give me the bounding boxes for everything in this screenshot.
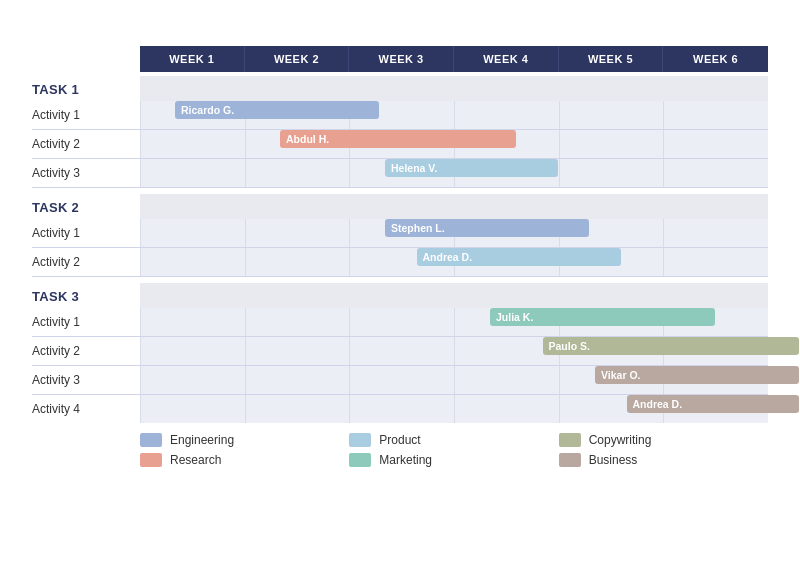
bar-task3-act1-copywriting: Paulo S. [543, 337, 800, 355]
cell-task2-act1-w6 [663, 248, 768, 276]
legend-color-engineering [140, 433, 162, 447]
task-bg-task3-w2 [245, 283, 350, 308]
cell-task1-act0-w4 [454, 101, 559, 129]
legend-color-copywriting [559, 433, 581, 447]
legend-label-business: Business [589, 453, 638, 467]
task-bg-task3-w1 [140, 283, 245, 308]
cell-task1-act2-w2 [245, 159, 350, 187]
header-empty [32, 46, 140, 72]
activity-name-task3-3: Activity 4 [32, 395, 140, 423]
task-bg-task2-w6 [663, 194, 768, 219]
legend-item-marketing: Marketing [349, 453, 558, 467]
cell-task3-act2-w4 [454, 366, 559, 394]
legend-color-research [140, 453, 162, 467]
legend-color-product [349, 433, 371, 447]
cell-task3-act3-w2 [245, 395, 350, 423]
bar-task3-act2-business: Vikar O. [595, 366, 799, 384]
cell-task1-act2-w6 [663, 159, 768, 187]
legend-label-copywriting: Copywriting [589, 433, 652, 447]
bar-task1-act0-engineering: Ricardo G. [175, 101, 379, 119]
activity-name-task1-0: Activity 1 [32, 101, 140, 129]
bar-task2-act0-engineering: Stephen L. [385, 219, 589, 237]
task-bg-task2-w3 [349, 194, 454, 219]
activity-name-task3-1: Activity 2 [32, 337, 140, 365]
activity-row-task1-2: Activity 3Helena V. [32, 159, 768, 188]
task-bg-task2-w4 [454, 194, 559, 219]
task-bg-task3-w3 [349, 283, 454, 308]
cell-task3-act2-w2 [245, 366, 350, 394]
legend-color-business [559, 453, 581, 467]
gantt-header: WEEK 1WEEK 2WEEK 3WEEK 4WEEK 5WEEK 6 [32, 46, 768, 72]
task-label-row-task2: TASK 2 [32, 192, 768, 219]
legend: EngineeringProductCopywritingResearchMar… [32, 433, 768, 467]
cell-task3-act0-w2 [245, 308, 350, 336]
activity-row-task1-0: Activity 1Ricardo G. [32, 101, 768, 130]
activity-row-task3-2: Activity 3Vikar O. [32, 366, 768, 395]
cell-task1-act1-w5 [559, 130, 664, 158]
cell-task3-act2-w1 [140, 366, 245, 394]
task-bg-task1-w3 [349, 76, 454, 101]
main-container: WEEK 1WEEK 2WEEK 3WEEK 4WEEK 5WEEK 6 TAS… [0, 0, 800, 575]
activity-name-task1-1: Activity 2 [32, 130, 140, 158]
activity-name-task3-0: Activity 1 [32, 308, 140, 336]
legend-label-research: Research [170, 453, 221, 467]
cell-task3-act3-w1 [140, 395, 245, 423]
activity-name-task2-1: Activity 2 [32, 248, 140, 276]
task-label-row-task1: TASK 1 [32, 76, 768, 101]
cell-task1-act1-w6 [663, 130, 768, 158]
week-header-3: WEEK 3 [349, 46, 454, 72]
legend-color-marketing [349, 453, 371, 467]
bar-task2-act1-product: Andrea D. [417, 248, 621, 266]
activity-name-task3-2: Activity 3 [32, 366, 140, 394]
cell-task2-act0-w6 [663, 219, 768, 247]
activity-row-task2-0: Activity 1Stephen L. [32, 219, 768, 248]
legend-item-copywriting: Copywriting [559, 433, 768, 447]
task-bg-task3-w5 [559, 283, 664, 308]
task-bg-task3-w4 [454, 283, 559, 308]
bar-task3-act0-marketing: Julia K. [490, 308, 715, 326]
activity-row-task3-3: Activity 4Andrea D. [32, 395, 768, 423]
legend-item-research: Research [140, 453, 349, 467]
legend-item-product: Product [349, 433, 558, 447]
cell-task2-act1-w2 [245, 248, 350, 276]
cell-task3-act3-w3 [349, 395, 454, 423]
cell-task2-act0-w1 [140, 219, 245, 247]
task-label-row-task3: TASK 3 [32, 281, 768, 308]
activity-row-task1-1: Activity 2Abdul H. [32, 130, 768, 159]
task-bg-task1-w2 [245, 76, 350, 101]
task-label-task3: TASK 3 [32, 283, 140, 308]
cell-task3-act0-w3 [349, 308, 454, 336]
cell-task2-act0-w2 [245, 219, 350, 247]
legend-label-marketing: Marketing [379, 453, 432, 467]
cell-task1-act1-w1 [140, 130, 245, 158]
gantt-body: TASK 1Activity 1Ricardo G.Activity 2Abdu… [32, 76, 768, 423]
week-header-2: WEEK 2 [245, 46, 350, 72]
task-bg-task1-w4 [454, 76, 559, 101]
cell-task3-act1-w2 [245, 337, 350, 365]
activity-name-task1-2: Activity 3 [32, 159, 140, 187]
bar-task3-act3-business: Andrea D. [627, 395, 800, 413]
week-header-5: WEEK 5 [559, 46, 664, 72]
task-label-task1: TASK 1 [32, 76, 140, 101]
week-header-4: WEEK 4 [454, 46, 559, 72]
task-bg-task2-w5 [559, 194, 664, 219]
cell-task1-act0-w5 [559, 101, 664, 129]
bar-task1-act2-product: Helena V. [385, 159, 558, 177]
task-bg-task3-w6 [663, 283, 768, 308]
legend-label-product: Product [379, 433, 420, 447]
activity-row-task3-0: Activity 1Julia K. [32, 308, 768, 337]
activity-row-task2-1: Activity 2Andrea D. [32, 248, 768, 277]
cell-task3-act1-w1 [140, 337, 245, 365]
cell-task1-act0-w6 [663, 101, 768, 129]
task-bg-task2-w1 [140, 194, 245, 219]
activity-row-task3-1: Activity 2Paulo S. [32, 337, 768, 366]
task-bg-task1-w5 [559, 76, 664, 101]
legend-label-engineering: Engineering [170, 433, 234, 447]
task-bg-task1-w1 [140, 76, 245, 101]
task-label-task2: TASK 2 [32, 194, 140, 219]
cell-task2-act1-w1 [140, 248, 245, 276]
cell-task3-act3-w4 [454, 395, 559, 423]
gantt-chart: WEEK 1WEEK 2WEEK 3WEEK 4WEEK 5WEEK 6 TAS… [32, 46, 768, 423]
legend-item-business: Business [559, 453, 768, 467]
legend-item-engineering: Engineering [140, 433, 349, 447]
